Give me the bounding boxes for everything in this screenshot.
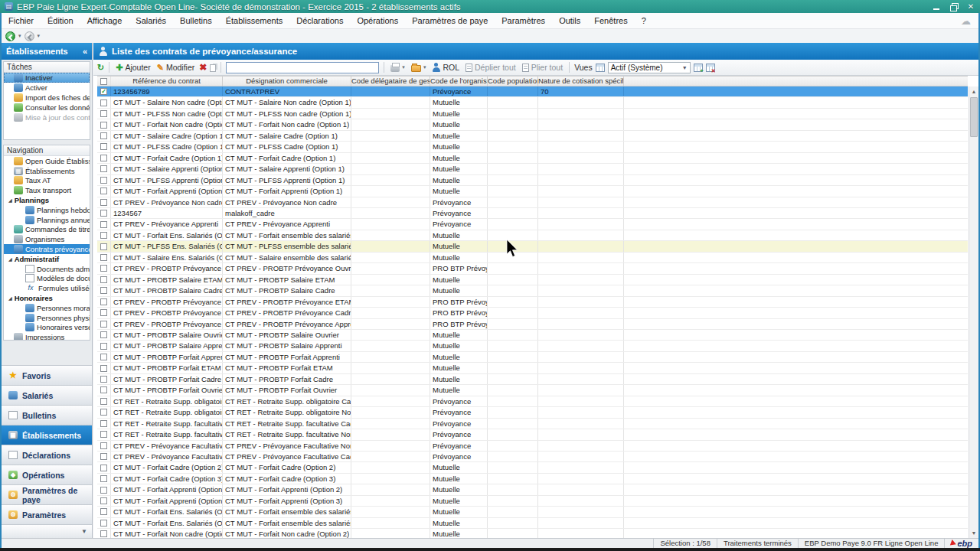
task-item[interactable]: Inactiver [4, 73, 90, 83]
nav-item[interactable]: Documents administra... [4, 264, 90, 274]
row-checkbox[interactable] [97, 109, 111, 119]
row-checkbox[interactable] [97, 186, 111, 196]
table-row[interactable]: CT MUT - Forfait Cadre (Option 3) CT MUT… [97, 474, 968, 484]
nav-item[interactable]: Contrats prévoyance/ass... [4, 244, 90, 254]
table-row[interactable]: CT MUT - Forfait Apprenti (Option 1) CT … [97, 186, 968, 197]
table-row[interactable]: CT MUT - Forfait Ens. Salariés (Option 1… [97, 230, 968, 241]
table-row[interactable]: CT RET - Retraite Supp. obligatoire Non … [97, 407, 968, 418]
views-grid-icon[interactable] [596, 64, 605, 72]
table-row[interactable]: CT MUT - PROBTP Forfait Ouvrier CT MUT -… [97, 385, 968, 396]
sidebar-overflow-button[interactable]: ▼ [81, 528, 87, 535]
table-row[interactable]: CT MUT - PROBTP Salaire Apprenti CT MUT … [97, 341, 968, 351]
print-button[interactable]: ▾ [389, 63, 407, 73]
row-checkbox[interactable] [97, 474, 111, 484]
nav-item[interactable]: Modèles de document... [4, 274, 90, 284]
row-checkbox[interactable] [97, 175, 111, 185]
row-checkbox[interactable] [97, 219, 111, 229]
search-input[interactable] [226, 62, 379, 73]
column-header[interactable]: Code de l'organisme [430, 77, 488, 86]
modify-button[interactable]: ✎ Modifier [155, 62, 197, 73]
collapse-sidebar-icon[interactable]: « [83, 47, 87, 56]
sidebar-module-button[interactable]: ◆ Opérations [2, 465, 92, 484]
forward-dropdown-icon[interactable]: ▾ [38, 33, 41, 39]
row-checkbox[interactable] [97, 164, 111, 174]
nav-item[interactable]: fx Formules utilisées dan... [4, 283, 90, 293]
restore-icon[interactable] [949, 3, 959, 11]
unfold-all-button[interactable]: Déplier tout [464, 62, 518, 73]
table-row[interactable]: CT MUT - PROBTP Forfait Apprenti CT MUT … [97, 352, 968, 363]
row-checkbox[interactable] [97, 363, 111, 373]
table-row[interactable]: CT MUT - Forfait Cadre (Option 2) CT MUT… [97, 462, 968, 473]
forward-button[interactable] [24, 31, 34, 41]
menu-item[interactable]: Établissements [219, 14, 290, 28]
table-row[interactable]: ✓ 123456789 CONTRATPREV Prévoyance 70 [97, 86, 968, 97]
fold-all-button[interactable]: Plier tout [521, 62, 564, 73]
menu-item[interactable]: Outils [552, 14, 587, 28]
task-item[interactable]: Mise à jour des contrats d... [4, 112, 90, 122]
table-row[interactable]: CT MUT - Forfait Non cadre (Option 1) CT… [97, 119, 968, 130]
nav-item[interactable]: Commandes de titres rest... [4, 225, 90, 235]
menu-item[interactable]: Opérations [350, 14, 405, 28]
table-row[interactable]: CT MUT - Salaire Ens. Salariés (Option 1… [97, 253, 968, 263]
table-row[interactable]: CT RET - Retraite Supp. facultative Non … [97, 429, 968, 440]
close-icon[interactable]: ✕ [966, 3, 975, 11]
table-row[interactable]: CT MUT - PLFSS Apprenti (Option 1) CT MU… [97, 175, 968, 186]
table-row[interactable]: CT RET - Retraite Supp. facultative Cadr… [97, 419, 968, 429]
delete-view-icon[interactable]: ✕ [706, 64, 715, 72]
nav-item[interactable]: Personnes physiques ... [4, 313, 90, 323]
sidebar-module-button[interactable]: Bulletins [2, 405, 92, 425]
column-header[interactable]: Désignation commerciale [223, 77, 351, 86]
nav-item[interactable]: ◢ Administratif [4, 254, 90, 264]
menu-item[interactable]: Déclarations [289, 14, 350, 28]
row-checkbox[interactable] [97, 352, 111, 362]
nav-item[interactable]: Personnes morales bé... [4, 303, 90, 313]
row-checkbox[interactable] [97, 142, 111, 152]
row-checkbox[interactable] [97, 374, 111, 384]
column-header[interactable]: Référence du contrat [111, 77, 223, 86]
row-checkbox[interactable] [97, 518, 111, 528]
table-row[interactable]: CT MUT - Forfait Apprenti (Option 3) CT … [97, 496, 968, 507]
row-checkbox[interactable] [97, 441, 111, 451]
row-checkbox[interactable] [97, 153, 111, 163]
nav-item[interactable]: Plannings annuels [4, 215, 90, 225]
table-row[interactable]: CT PREV - Prévoyance Non cadre CT PREV -… [97, 197, 968, 208]
nav-item[interactable]: Impressions [4, 332, 90, 341]
row-checkbox[interactable] [97, 407, 111, 417]
nav-item[interactable]: Taux AT [4, 176, 90, 186]
table-row[interactable]: CT MUT - PROBTP Salaire Cadre CT MUT - P… [97, 285, 968, 296]
nav-item[interactable]: Honoraires versés [4, 323, 90, 333]
customize-view-icon[interactable]: + [694, 64, 703, 72]
menu-item[interactable]: Fenêtres [587, 14, 634, 28]
table-row[interactable]: CT MUT - PROBTP Forfait Cadre CT MUT - P… [97, 374, 968, 385]
row-checkbox[interactable] [97, 275, 111, 285]
sidebar-module-button[interactable]: ⚙ Paramètres de paye [2, 484, 92, 504]
nav-item[interactable]: Taux transport [4, 185, 90, 195]
row-checkbox[interactable] [97, 230, 111, 240]
table-row[interactable]: CT MUT - Forfait Ens. Salariés (Option 3… [97, 518, 968, 529]
row-checkbox[interactable] [97, 507, 111, 517]
add-button[interactable]: ✚ Ajouter [114, 62, 152, 73]
menu-item[interactable]: Bulletins [173, 14, 219, 28]
row-checkbox[interactable] [97, 208, 111, 218]
delete-icon[interactable]: ✖ [199, 64, 207, 72]
row-checkbox[interactable] [97, 131, 111, 141]
scrollbar-thumb[interactable] [970, 97, 978, 137]
task-item[interactable]: Import des fiches de para... [4, 93, 90, 103]
table-row[interactable]: CT PREV - Prévoyance Apprenti CT PREV - … [97, 219, 968, 230]
table-row[interactable]: CT MUT - PLFSS Ens. Salariés (Option 1) … [97, 241, 968, 252]
row-checkbox[interactable] [97, 330, 111, 340]
view-select[interactable]: Actif (Système) ▼ [608, 62, 691, 73]
table-row[interactable]: 1234567 malakoff_cadre Prévoyance [97, 208, 968, 219]
open-button[interactable]: ▾ [410, 63, 428, 73]
copy-icon[interactable] [210, 64, 216, 72]
nav-item[interactable]: ◢ Plannings [4, 195, 90, 205]
row-checkbox[interactable] [97, 484, 111, 494]
row-checkbox[interactable] [97, 462, 111, 472]
select-all-checkbox[interactable] [97, 77, 111, 86]
row-checkbox[interactable] [97, 119, 111, 129]
row-checkbox[interactable] [97, 419, 111, 429]
cloud-icon[interactable]: ☁ [961, 15, 971, 27]
menu-item[interactable]: Paramètres [495, 14, 552, 28]
rol-button[interactable]: ROL [430, 62, 461, 73]
table-row[interactable]: CT MUT - Forfait Ens. Salariés (Option 2… [97, 507, 968, 517]
